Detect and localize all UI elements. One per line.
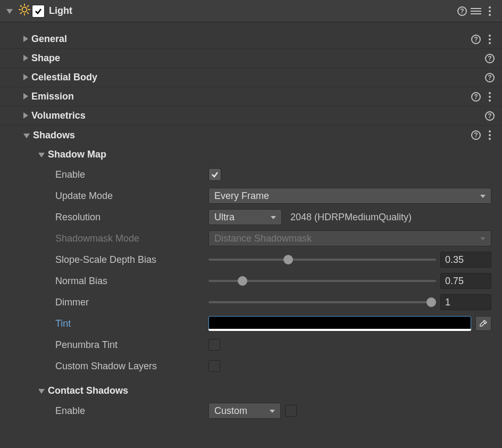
context-menu-icon[interactable] [483, 4, 497, 18]
normal-bias-input[interactable] [440, 273, 491, 289]
eyedropper-icon[interactable] [475, 316, 491, 331]
context-menu-icon[interactable] [483, 128, 497, 142]
prop-custom-shadow-layers: Custom Shadow Layers [0, 355, 502, 377]
section-shadows[interactable]: Shadows ? [0, 126, 502, 145]
dropdown-value: Ultra [214, 212, 235, 223]
prop-label: Normal Bias [55, 276, 208, 287]
resolution-detail: 2048 (HDRPMediumQuality) [290, 212, 412, 223]
contact-shadows-dropdown[interactable]: Custom [208, 403, 281, 419]
help-icon[interactable]: ? [469, 90, 483, 104]
update-mode-dropdown[interactable]: Every Frame [208, 188, 491, 204]
prop-resolution: Resolution Ultra 2048 (HDRPMediumQuality… [0, 206, 502, 228]
component-enable-checkbox[interactable] [32, 5, 45, 18]
prop-label: Penumbra Tint [55, 339, 208, 351]
slope-bias-slider[interactable] [208, 259, 436, 261]
prop-label: Update Mode [55, 190, 208, 202]
component-foldout[interactable] [6, 5, 16, 16]
prop-label: Resolution [55, 212, 208, 223]
custom-shadow-layers-checkbox[interactable] [208, 360, 220, 372]
help-icon[interactable]: ? [469, 128, 483, 142]
subheader-shadow-map[interactable]: Shadow Map [0, 145, 502, 164]
section-emission[interactable]: Emission ? [0, 87, 502, 106]
section-label: Volumetrics [31, 110, 86, 121]
chevron-right-icon [23, 53, 31, 64]
subheader-contact-shadows[interactable]: Contact Shadows [0, 381, 502, 400]
help-icon[interactable]: ? [483, 52, 497, 65]
penumbra-tint-checkbox[interactable] [208, 339, 220, 351]
prop-label: Slope-Scale Depth Bias [55, 254, 208, 266]
slider-thumb[interactable] [426, 297, 436, 307]
context-menu-icon[interactable] [483, 32, 497, 46]
dropdown-value: Custom [214, 405, 247, 417]
svg-line-7 [20, 12, 22, 14]
prop-penumbra-tint: Penumbra Tint [0, 334, 502, 355]
help-icon[interactable]: ? [469, 32, 483, 46]
prop-label: Enable [55, 405, 208, 417]
section-shape[interactable]: Shape ? [0, 49, 502, 68]
presets-icon[interactable] [469, 4, 483, 18]
help-icon[interactable]: ? [483, 109, 497, 123]
svg-point-0 [22, 7, 27, 12]
chevron-right-icon [23, 72, 31, 83]
contact-shadows-checkbox[interactable] [285, 405, 297, 417]
component-title: Light [49, 5, 72, 16]
resolution-dropdown[interactable]: Ultra [208, 209, 282, 225]
help-icon[interactable]: ? [455, 4, 469, 18]
slider-thumb[interactable] [238, 276, 247, 286]
svg-line-8 [27, 5, 29, 7]
component-header: Light ? [0, 0, 502, 22]
chevron-down-icon [23, 130, 33, 141]
alpha-strip [208, 329, 471, 331]
prop-shadowmask-mode: Shadowmask Mode Distance Shadowmask [0, 228, 502, 249]
section-label: Celestial Body [31, 72, 97, 83]
prop-dimmer: Dimmer [0, 292, 502, 313]
prop-label: Custom Shadow Layers [55, 361, 208, 372]
section-label: Shadows [33, 130, 75, 141]
tint-color-field[interactable] [208, 316, 471, 331]
prop-update-mode: Update Mode Every Frame [0, 185, 502, 206]
chevron-down-icon [38, 385, 48, 396]
section-celestial-body[interactable]: Celestial Body ? [0, 68, 502, 87]
prop-label: Dimmer [55, 297, 208, 308]
subheader-label: Contact Shadows [48, 385, 128, 396]
help-icon[interactable]: ? [483, 71, 497, 85]
svg-line-5 [20, 5, 22, 7]
light-icon [18, 3, 31, 19]
slope-bias-input[interactable] [440, 252, 491, 268]
context-menu-icon[interactable] [483, 90, 497, 104]
prop-label: Enable [55, 169, 208, 180]
dimmer-input[interactable] [440, 294, 491, 310]
prop-tint: Tint [0, 313, 502, 334]
prop-shadowmap-enable: Enable [0, 164, 502, 185]
prop-contact-shadows-enable: Enable Custom [0, 400, 502, 421]
prop-slope-scale-depth-bias: Slope-Scale Depth Bias [0, 249, 502, 270]
chevron-down-icon [38, 149, 48, 160]
subheader-label: Shadow Map [48, 149, 106, 160]
section-label: General [31, 34, 67, 45]
dropdown-value: Every Frame [214, 190, 269, 202]
prop-normal-bias: Normal Bias [0, 270, 502, 292]
prop-label: Tint [55, 318, 208, 329]
enable-checkbox[interactable] [208, 168, 221, 181]
dropdown-value: Distance Shadowmask [214, 233, 312, 244]
svg-line-6 [27, 12, 29, 14]
normal-bias-slider[interactable] [208, 280, 436, 282]
section-general[interactable]: General ? [0, 30, 502, 49]
prop-label: Shadowmask Mode [55, 233, 208, 244]
chevron-right-icon [23, 91, 31, 102]
section-volumetrics[interactable]: Volumetrics ? [0, 106, 502, 126]
section-label: Shape [31, 53, 60, 64]
chevron-right-icon [23, 34, 31, 45]
chevron-right-icon [23, 110, 31, 121]
dimmer-slider[interactable] [208, 301, 436, 303]
shadowmask-mode-dropdown: Distance Shadowmask [208, 230, 491, 246]
slider-thumb[interactable] [283, 255, 293, 264]
section-label: Emission [31, 91, 74, 102]
